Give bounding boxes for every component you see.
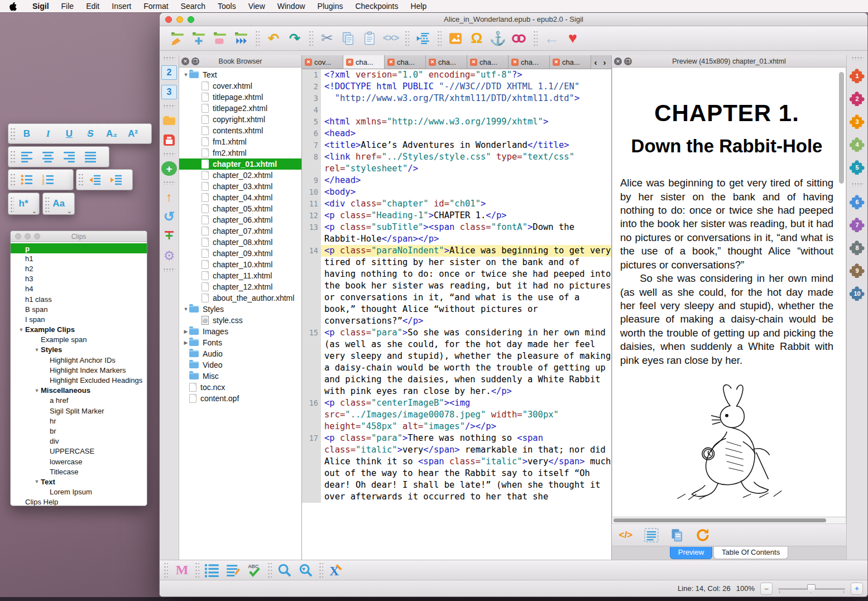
tree-item-video[interactable]: Video <box>179 359 301 371</box>
code-line-7[interactable]: 7<title>Alice’s Adventures in Wonderland… <box>302 140 611 151</box>
tree-item-chapter-03-xhtml[interactable]: chapter_03.xhtml <box>179 181 301 192</box>
clip-item-lowercase[interactable]: lowercase <box>11 456 147 467</box>
toc-list-icon[interactable] <box>203 561 221 579</box>
drag-handle[interactable] <box>163 181 175 185</box>
tree-item-chapter-04-xhtml[interactable]: chapter_04.xhtml <box>179 192 301 203</box>
code-line-1[interactable]: 1<?xml version="1.0" encoding="utf-8"?> <box>302 69 611 81</box>
undock-panel-icon[interactable]: ❐ <box>191 57 199 65</box>
tree-item-chapter-12-xhtml[interactable]: chapter_12.xhtml <box>179 281 301 292</box>
title-bar[interactable]: Alice_in_Wonderland.epub - epub2.0 - Sig… <box>160 13 867 26</box>
code-text[interactable]: <link href="../Styles/style.css" type="t… <box>321 151 611 175</box>
metadata-editor-icon[interactable]: M <box>173 561 191 579</box>
clip-item-miscellaneous[interactable]: ▼Miscellaneous <box>11 386 147 396</box>
case-menu-button[interactable]: Aa <box>51 196 70 211</box>
copy-icon[interactable] <box>339 30 357 47</box>
tree-item-images[interactable]: ▶Images <box>179 326 301 337</box>
editor-tab-5[interactable]: ✕cha... <box>509 55 550 69</box>
menu-item-edit[interactable]: Edit <box>86 2 99 11</box>
clip-item-uppercase[interactable]: UPPERCASE <box>11 446 147 456</box>
checkpoint-tag-icon[interactable] <box>211 30 229 47</box>
cut-icon[interactable]: ✂ <box>318 30 336 47</box>
reload-preview-icon[interactable] <box>694 527 711 544</box>
clips-title-bar[interactable]: Clips <box>11 231 147 242</box>
heading-menu-button[interactable]: h* <box>16 196 35 211</box>
code-line-4[interactable]: 4 <box>302 104 611 116</box>
plugin-9-icon[interactable]: 9 <box>850 263 865 278</box>
drag-handle[interactable] <box>163 268 175 272</box>
tree-item-about-the-author-xhtml[interactable]: about_the_author.xhtml <box>179 292 301 304</box>
validate-epub-icon[interactable]: X <box>327 561 345 579</box>
outdent-icon[interactable] <box>85 172 104 187</box>
menu-item-help[interactable]: Help <box>411 2 427 11</box>
clip-item-br[interactable]: br <box>11 426 147 436</box>
edit-toc-icon[interactable] <box>224 561 242 579</box>
code-text[interactable]: <?xml version="1.0" encoding="utf-8"?> <box>321 69 611 81</box>
align-left-icon[interactable] <box>17 149 36 165</box>
special-character-icon[interactable]: Ω <box>468 30 486 47</box>
clip-item-clips-help[interactable]: Clips Help <box>11 497 147 506</box>
editor-tab-1[interactable]: ✕cha... <box>343 55 385 69</box>
superscript-button[interactable]: A² <box>123 126 142 142</box>
split-marker-icon[interactable]: + <box>161 229 177 243</box>
code-text[interactable]: <p class="subTitle"><span class="fontA">… <box>321 222 611 245</box>
close-tab-icon[interactable]: ✕ <box>387 59 395 66</box>
drag-handle[interactable] <box>851 182 864 186</box>
code-text[interactable]: <title>Alice’s Adventures in Wonderland<… <box>321 140 611 151</box>
apple-menu[interactable] <box>6 2 20 11</box>
insert-link-icon[interactable] <box>510 30 528 47</box>
checkpoint-next-icon[interactable] <box>232 30 250 47</box>
code-line-8[interactable]: 8<link href="../Styles/style.css" type="… <box>302 151 611 175</box>
tree-item-chapter-07-xhtml[interactable]: chapter_07.xhtml <box>179 225 301 237</box>
disclosure-arrow-icon[interactable]: ▼ <box>33 388 41 393</box>
tree-item-fonts[interactable]: ▶Fonts <box>179 337 301 348</box>
clip-item-highlight-index-markers[interactable]: Highlight Index Markers <box>11 365 147 375</box>
insert-image-icon[interactable] <box>447 30 464 47</box>
tree-item-chapter-05-xhtml[interactable]: chapter_05.xhtml <box>179 203 301 214</box>
code-editor[interactable]: 1<?xml version="1.0" encoding="utf-8"?>2… <box>302 69 611 560</box>
code-line-6[interactable]: 6<head> <box>302 128 611 140</box>
clip-item-text[interactable]: ▼Text <box>11 477 147 487</box>
clip-item-div[interactable]: div <box>11 436 147 446</box>
code-line-10[interactable]: 10<body> <box>302 186 611 198</box>
code-line-14[interactable]: 14<p class="paraNoIndent">Alice was begi… <box>302 245 611 327</box>
code-text[interactable]: </head> <box>321 175 611 186</box>
disclosure-arrow-icon[interactable]: ▼ <box>183 306 189 312</box>
drag-handle[interactable] <box>163 152 175 156</box>
plugin-5-icon[interactable]: 5 <box>850 160 865 175</box>
clip-item-h2[interactable]: h2 <box>11 263 147 273</box>
disclosure-arrow-icon[interactable]: ▶ <box>183 329 189 334</box>
disclosure-arrow-icon[interactable]: ▼ <box>33 347 41 353</box>
tree-item-chapter-06-xhtml[interactable]: chapter_06.xhtml <box>179 214 301 225</box>
open-folder-icon[interactable] <box>161 113 177 128</box>
menu-item-tools[interactable]: Tools <box>218 2 236 11</box>
drag-handle[interactable] <box>164 562 168 579</box>
code-line-5[interactable]: 5<html xmlns="http://www.w3.org/1999/xht… <box>302 116 611 128</box>
code-text[interactable]: <p class="Heading-1">CHAPTER 1.</p> <box>321 210 611 222</box>
tree-item-copyright-xhtml[interactable]: copyright.xhtml <box>179 114 301 125</box>
clip-item-example-span[interactable]: Example span <box>11 335 147 345</box>
tree-item-styles[interactable]: ▼Styles <box>179 304 301 315</box>
refresh-icon[interactable]: ↺ <box>161 209 177 224</box>
tab-table-of-contents[interactable]: Table Of Contents <box>713 547 788 559</box>
tree-item-audio[interactable]: Audio <box>179 348 301 359</box>
tree-item-contents-xhtml[interactable]: contents.xhtml <box>179 125 301 136</box>
clip-item-titlecase[interactable]: Titlecase <box>11 467 147 477</box>
spellcheck-icon[interactable]: ABC <box>246 561 263 579</box>
clip-item-h4[interactable]: h4 <box>11 284 147 294</box>
indent-icon[interactable] <box>107 172 126 187</box>
clip-item-a-href[interactable]: a href <box>11 396 147 406</box>
plugin-3-icon[interactable]: 3 <box>850 114 865 129</box>
close-panel-icon[interactable]: ✕ <box>614 57 622 65</box>
align-center-icon[interactable] <box>39 149 57 165</box>
italic-button[interactable]: I <box>39 126 57 142</box>
move-up-icon[interactable]: ↑ <box>161 190 177 204</box>
undock-panel-icon[interactable]: ❐ <box>624 57 632 65</box>
bullet-list-icon[interactable] <box>17 172 36 187</box>
plugin-2-icon[interactable]: 2 <box>850 91 865 106</box>
tree-item-text[interactable]: ▼Text <box>179 69 301 80</box>
view-2-icon[interactable]: 2 <box>161 65 177 80</box>
code-line-3[interactable]: 3 "http://www.w3.org/TR/xhtml11/DTD/xhtm… <box>302 93 611 104</box>
editor-tab-0[interactable]: ✕cov... <box>302 55 343 69</box>
clip-item-b-span[interactable]: B span <box>11 304 147 314</box>
editor-tab-2[interactable]: ✕cha... <box>385 55 426 69</box>
